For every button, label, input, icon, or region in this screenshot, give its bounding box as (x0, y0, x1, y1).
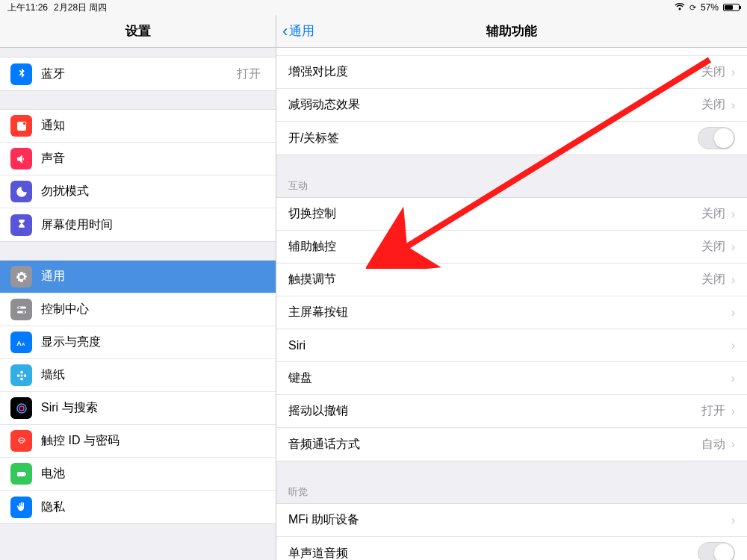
svg-point-12 (23, 374, 26, 377)
detail-row[interactable]: 开/关标签 (276, 122, 747, 155)
row-label: 触摸调节 (288, 272, 701, 287)
chevron-right-icon: › (731, 66, 735, 79)
svg-text:A: A (16, 339, 22, 346)
chevron-right-icon: › (731, 208, 735, 221)
detail-row[interactable]: 减弱动态效果 关闭 › (276, 89, 747, 122)
detail-group: 切换控制 关闭 › 辅助触控 关闭 › 触摸调节 关闭 › (276, 197, 747, 461)
detail-header: ‹ 通用 辅助功能 (276, 15, 747, 48)
sidebar-item-battery[interactable]: 电池 (0, 458, 276, 491)
svg-point-5 (22, 311, 25, 313)
row-label: 增强对比度 (288, 64, 701, 80)
svg-point-13 (17, 404, 26, 413)
sidebar-item-display[interactable]: AA 显示与亮度 (0, 326, 276, 359)
sidebar-item-controlcenter[interactable]: 控制中心 (0, 293, 276, 326)
orientation-lock-icon: ⟳ (689, 3, 696, 13)
chevron-right-icon: › (731, 240, 735, 254)
detail-row[interactable]: 摇动以撤销 打开 › (276, 395, 747, 428)
sidebar-item-touchid[interactable]: 触控 ID 与密码 (0, 425, 276, 458)
chevron-right-icon: › (731, 372, 735, 385)
text-size-icon: AA (10, 332, 32, 353)
row-label: 辅助触控 (288, 239, 701, 255)
svg-rect-15 (17, 472, 25, 476)
sidebar-item-label: Siri 与搜索 (41, 400, 265, 416)
sidebar-item-value: 打开 (237, 66, 261, 82)
sidebar-item-label: 墙纸 (41, 367, 265, 383)
detail-row[interactable]: 触摸调节 关闭 › (276, 264, 747, 296)
sidebar-item-label: 电池 (41, 466, 265, 482)
detail-row[interactable]: Siri › (276, 329, 747, 362)
svg-point-10 (20, 377, 23, 380)
hourglass-icon (10, 214, 32, 236)
wifi-icon (675, 3, 685, 12)
detail-row[interactable]: 增强对比度 关闭 › (276, 56, 747, 89)
sidebar-item-label: 勿扰模式 (41, 184, 265, 199)
row-value: 关闭 (701, 239, 725, 255)
detail-row[interactable]: 主屏幕按钮 › (276, 296, 747, 329)
detail-group: 降低透明度 关闭 › 增强对比度 关闭 › 减弱动态效果 关闭 › (276, 48, 747, 155)
row-value: 关闭 (701, 272, 725, 287)
sidebar-item-siri[interactable]: Siri 与搜索 (0, 392, 276, 425)
siri-icon (10, 397, 32, 419)
sidebar-item-label: 控制中心 (41, 302, 265, 317)
detail-row[interactable]: 降低透明度 关闭 › (276, 48, 747, 56)
chevron-left-icon: ‹ (282, 23, 288, 40)
row-label: Siri (288, 339, 731, 352)
sidebar-item-privacy[interactable]: 隐私 (0, 491, 276, 523)
chevron-right-icon: › (731, 405, 735, 418)
back-button[interactable]: ‹ 通用 (282, 22, 314, 40)
back-label: 通用 (289, 22, 314, 40)
section-header: 互动 (276, 173, 747, 197)
svg-point-9 (20, 370, 23, 373)
row-value: 关闭 (701, 206, 725, 222)
svg-point-8 (20, 374, 22, 376)
sidebar-item-wallpaper[interactable]: 墙纸 (0, 359, 276, 392)
detail-row[interactable]: MFi 助听设备 › (276, 504, 747, 537)
sidebar-item-sound[interactable]: 声音 (0, 143, 276, 175)
sound-icon (10, 148, 32, 169)
svg-text:A: A (22, 341, 25, 346)
hand-icon (10, 497, 32, 518)
battery-icon (723, 4, 740, 11)
sidebar-item-label: 隐私 (41, 500, 265, 515)
chevron-right-icon: › (731, 438, 735, 451)
status-bar: 上午11:26 2月28日 周四 ⟳ 57% (0, 0, 747, 15)
row-label: 开/关标签 (288, 131, 698, 146)
row-label: 减弱动态效果 (288, 97, 701, 113)
chevron-right-icon: › (731, 514, 735, 527)
sidebar-item-bluetooth[interactable]: 蓝牙 打开 (0, 57, 276, 90)
svg-point-14 (19, 406, 24, 411)
toggle-switch[interactable] (698, 542, 735, 560)
sidebar-item-screentime[interactable]: 屏幕使用时间 (0, 208, 276, 241)
detail-row-assistivetouch[interactable]: 辅助触控 关闭 › (276, 231, 747, 264)
row-value: 打开 (701, 403, 725, 419)
detail-row[interactable]: 单声道音频 (276, 537, 747, 560)
sidebar-group: 通用 控制中心 AA 显示与亮度 墙纸 (0, 260, 276, 524)
row-label: MFi 助听设备 (288, 512, 731, 528)
detail-group: MFi 助听设备 › 单声道音频 (276, 503, 747, 560)
detail-row[interactable]: 音频通话方式 自动 › (276, 428, 747, 461)
sidebar-item-label: 通用 (41, 269, 265, 284)
sidebar-item-dnd[interactable]: 勿扰模式 (0, 175, 276, 208)
svg-point-11 (16, 374, 19, 377)
sidebar-item-notifications[interactable]: 通知 (0, 110, 276, 143)
detail-row[interactable]: 切换控制 关闭 › (276, 198, 747, 231)
toggle-switch[interactable] (698, 127, 735, 149)
notifications-icon (10, 115, 32, 137)
sidebar-item-general[interactable]: 通用 (0, 261, 276, 293)
row-label: 主屏幕按钮 (288, 305, 731, 320)
chevron-right-icon: › (731, 306, 735, 320)
row-label: 音频通话方式 (288, 437, 701, 452)
row-label: 键盘 (288, 370, 731, 386)
detail-row[interactable]: 键盘 › (276, 362, 747, 395)
battery-percentage: 57% (701, 2, 719, 13)
row-value: 关闭 (701, 64, 725, 80)
sidebar-item-label: 通知 (41, 118, 265, 134)
sidebar-title: 设置 (0, 15, 276, 48)
row-label: 单声道音频 (288, 546, 698, 561)
row-value: 自动 (701, 437, 725, 452)
chevron-right-icon: › (731, 273, 735, 287)
section-header: 听觉 (276, 479, 747, 503)
svg-point-1 (22, 122, 26, 125)
detail-pane: ‹ 通用 辅助功能 降低透明度 关闭 › 增强对比度 关闭 › (276, 15, 747, 560)
sidebar-group: 蓝牙 打开 (0, 57, 276, 91)
